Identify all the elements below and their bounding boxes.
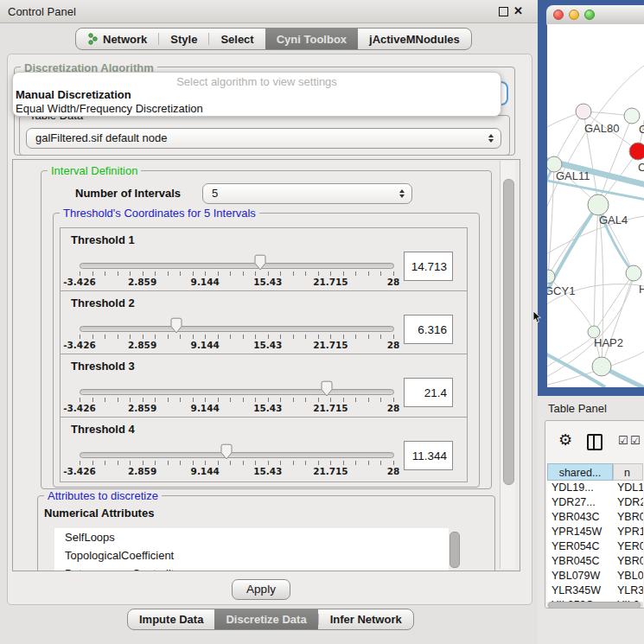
window-minimize-button[interactable] xyxy=(569,10,579,20)
cyni-bottom-tabs: Impute Data Discretize Data Infer Networ… xyxy=(127,609,414,630)
list-item[interactable]: SelfLoops xyxy=(54,528,449,546)
node-label: HAP2 xyxy=(594,336,623,349)
table-row[interactable]: YBL079WYBL0 xyxy=(547,569,643,583)
tab-cyni-toolbox[interactable]: Cyni Toolbox xyxy=(265,29,358,49)
scrollbar-thumb[interactable] xyxy=(548,602,641,609)
mouse-cursor xyxy=(532,311,542,323)
interval-definition-group-title: Interval Definition xyxy=(48,164,141,177)
slider-tick-marks xyxy=(80,335,394,339)
node-label: GAL4 xyxy=(599,214,628,226)
threshold-1-slider-track[interactable] xyxy=(80,263,394,269)
table-row[interactable]: YBR043CYBR0 xyxy=(547,510,643,525)
node[interactable] xyxy=(592,357,611,376)
control-panel-titlebar: Control Panel ✕ xyxy=(0,0,538,23)
combo-arrows-icon xyxy=(399,189,405,198)
gear-icon[interactable]: ⚙ xyxy=(558,431,572,449)
threshold-4-box: Threshold 4 -3.426 2.859 9.144 15.43 21.… xyxy=(60,417,468,482)
network-window-titlebar[interactable] xyxy=(546,5,644,25)
node-gal80[interactable] xyxy=(576,104,591,119)
node-attribute-table: shared... n YDL19...YDL1 YDR27...YDR2 YB… xyxy=(547,463,643,602)
table-row[interactable]: YBR045CYBR0 xyxy=(547,554,643,569)
threshold-2-box: Threshold 2 -3.426 2.859 9.144 15.43 21.… xyxy=(60,290,468,356)
threshold-2-label: Threshold 2 xyxy=(71,296,135,309)
threshold-1-label: Threshold 1 xyxy=(71,233,135,246)
threshold-slider-thumb[interactable] xyxy=(253,254,267,271)
threshold-1-box: Threshold 1 -3.426 2.859 9.144 15.43 21.… xyxy=(60,227,468,293)
tab-impute-data[interactable]: Impute Data xyxy=(128,609,214,629)
tab-select[interactable]: Select xyxy=(209,29,265,49)
list-item[interactable]: TopologicalCoefficient xyxy=(54,546,449,564)
settings-vertical-scrollbar[interactable] xyxy=(500,161,515,569)
window-close-button[interactable] xyxy=(553,10,564,20)
threshold-2-slider-track[interactable] xyxy=(80,326,394,332)
node-label: C xyxy=(638,161,644,174)
slider-tick-labels: -3.426 2.859 9.144 15.43 21.715 28 xyxy=(80,466,393,476)
scrollbar-thumb[interactable] xyxy=(503,179,514,485)
column-header-shared-name[interactable]: shared... xyxy=(547,463,613,481)
number-of-intervals-value: 5 xyxy=(212,187,218,200)
table-panel-title: Table Panel xyxy=(548,402,607,415)
node[interactable] xyxy=(624,108,640,124)
slider-tick-marks xyxy=(80,398,394,402)
table-header-row: shared... n xyxy=(547,463,643,481)
control-panel-title: Control Panel xyxy=(8,5,76,18)
network-view-canvas[interactable]: GAL80 G GAL11 C GAL4 GCY1 H HAP2 xyxy=(547,24,644,387)
threshold-4-value-field[interactable]: 11.344 xyxy=(404,441,453,470)
column-header-name[interactable]: n xyxy=(613,463,643,481)
option-equal-width-frequency[interactable]: Equal Width/Frequency Discretization xyxy=(13,102,501,116)
number-of-intervals-combobox[interactable]: 5 xyxy=(202,183,412,204)
float-window-icon[interactable] xyxy=(499,7,508,16)
node-labels: GAL80 G GAL11 C GAL4 GCY1 H HAP2 xyxy=(547,122,644,349)
tab-network[interactable]: Network xyxy=(76,29,158,49)
node-label: G xyxy=(639,123,644,136)
attributes-list-scrollbar[interactable] xyxy=(449,530,460,569)
table-data-combobox[interactable]: galFiltered.sif default node xyxy=(26,128,501,149)
node-h[interactable] xyxy=(626,265,641,281)
tab-jactivemnodules[interactable]: jActiveMNodules xyxy=(358,29,471,49)
table-row[interactable]: YDR27...YDR2 xyxy=(547,495,643,510)
network-tab-icon xyxy=(87,33,99,45)
option-manual-discretization[interactable]: Manual Discretization xyxy=(13,88,501,102)
slider-tick-labels: -3.426 2.859 9.144 15.43 21.715 28 xyxy=(80,340,393,350)
table-row[interactable]: YPR145WYPR1 xyxy=(547,525,643,539)
thresholds-group-title: Threshold's Coordinates for 5 Intervals xyxy=(60,207,259,220)
threshold-slider-thumb[interactable] xyxy=(220,443,233,461)
checkbox-icon[interactable]: ☑ xyxy=(630,434,641,447)
node-label: H xyxy=(639,283,644,296)
threshold-4-slider-track[interactable] xyxy=(80,452,394,458)
numerical-attributes-list[interactable]: SelfLoops TopologicalCoefficient Between… xyxy=(54,528,449,571)
tab-discretize-data[interactable]: Discretize Data xyxy=(214,609,317,629)
node-gal4[interactable] xyxy=(588,194,609,215)
threshold-3-label: Threshold 3 xyxy=(71,360,135,373)
table-horizontal-scrollbar[interactable] xyxy=(547,602,643,609)
algorithm-dropdown-popup: Select algorithm to view settings Manual… xyxy=(12,72,501,117)
numerical-attributes-label: Numerical Attributes xyxy=(44,507,154,520)
threshold-3-slider-track[interactable] xyxy=(80,389,394,395)
threshold-slider-thumb[interactable] xyxy=(320,380,334,398)
tab-infer-network[interactable]: Infer Network xyxy=(319,609,413,629)
tab-style[interactable]: Style xyxy=(159,29,208,49)
threshold-2-value-field[interactable]: 6.316 xyxy=(404,315,453,344)
algorithm-settings-scrollpanel: Interval Definition Number of Intervals … xyxy=(12,159,520,571)
threshold-3-value-field[interactable]: 21.4 xyxy=(404,378,453,407)
table-row[interactable]: YER054CYER0 xyxy=(547,539,643,554)
threshold-1-value-field[interactable]: 14.713 xyxy=(404,252,453,281)
node-label: GAL80 xyxy=(584,122,619,135)
columns-icon[interactable] xyxy=(587,434,603,450)
node-selected-red[interactable] xyxy=(629,143,644,160)
threshold-slider-thumb[interactable] xyxy=(169,317,183,335)
node-label: GCY1 xyxy=(547,284,575,297)
slider-tick-labels: -3.426 2.859 9.144 15.43 21.715 28 xyxy=(80,403,393,413)
list-item[interactable]: BetweennessCentrality xyxy=(54,564,449,571)
table-data-combobox-value: galFiltered.sif default node xyxy=(35,131,167,144)
close-icon[interactable]: ✕ xyxy=(513,4,523,17)
algorithm-placeholder-option[interactable]: Select algorithm to view settings xyxy=(13,75,501,88)
tab-network-label: Network xyxy=(103,33,147,46)
checkbox-icon[interactable]: ☑ xyxy=(618,434,628,447)
scrollbar-thumb[interactable] xyxy=(450,532,460,568)
window-zoom-button[interactable] xyxy=(584,10,595,20)
network-graph: GAL80 G GAL11 C GAL4 GCY1 H HAP2 xyxy=(547,24,644,387)
table-row[interactable]: YLR345WYLR3 xyxy=(547,583,643,598)
table-row[interactable]: YDL19...YDL1 xyxy=(547,481,643,495)
apply-button[interactable]: Apply xyxy=(232,579,290,600)
